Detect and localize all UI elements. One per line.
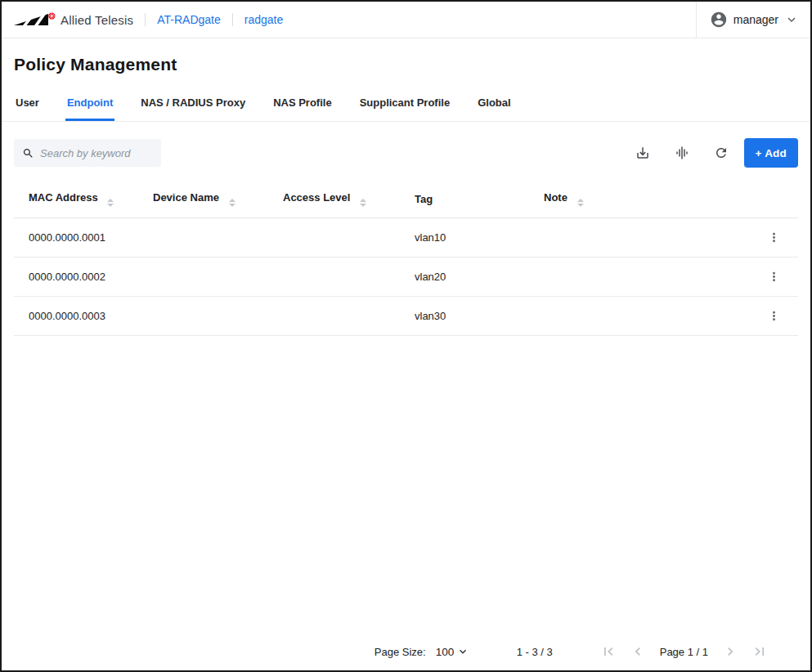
app-header: Allied Telesis AT-RADgate radgate manage…: [2, 2, 810, 38]
endpoint-table: MAC Address Device Name Access Level Tag…: [14, 181, 798, 336]
pagination: Page 1 / 1: [594, 643, 774, 660]
tab-nas-profile[interactable]: NAS Profile: [271, 86, 334, 121]
tab-supplicant-profile[interactable]: Supplicant Profile: [358, 86, 452, 121]
page-indicator: Page 1 / 1: [660, 646, 708, 658]
account-circle-icon: [710, 11, 728, 29]
cell-access-level: [268, 218, 400, 258]
cell-tag: vlan30: [400, 297, 529, 336]
cell-mac-address: 0000.0000.0001: [14, 218, 138, 258]
search-icon: [22, 147, 34, 159]
tab-nas-radius-proxy[interactable]: NAS / RADIUS Proxy: [139, 86, 247, 121]
cell-actions: [749, 297, 798, 336]
column-label: Tag: [415, 193, 433, 205]
columns-icon[interactable]: [672, 143, 692, 163]
table-row: 0000.0000.0001 vlan10: [14, 218, 798, 258]
add-button[interactable]: + Add: [744, 138, 798, 168]
breadcrumb-divider: [232, 13, 233, 26]
column-label: Note: [544, 191, 568, 204]
kebab-menu-icon[interactable]: [764, 306, 784, 326]
sort-icon: [107, 199, 114, 207]
sort-icon: [360, 199, 366, 207]
column-header-mac-address[interactable]: MAC Address: [14, 181, 138, 218]
search-box: [14, 139, 161, 167]
user-name: manager: [733, 13, 778, 26]
tab-global[interactable]: Global: [476, 86, 512, 121]
breadcrumb-product-link[interactable]: AT-RADgate: [157, 13, 221, 26]
column-label: MAC Address: [29, 191, 98, 204]
search-input[interactable]: [40, 147, 153, 159]
column-label: Access Level: [283, 191, 350, 204]
cell-device-name: [138, 258, 268, 297]
user-menu[interactable]: manager: [696, 2, 810, 38]
column-header-actions: [749, 181, 798, 218]
cell-actions: [749, 218, 798, 258]
cell-actions: [749, 258, 798, 297]
tab-endpoint[interactable]: Endpoint: [65, 86, 114, 121]
sort-icon: [229, 199, 236, 207]
logo[interactable]: Allied Telesis: [13, 11, 133, 29]
cell-mac-address: 0000.0000.0003: [14, 297, 138, 336]
toolbar-actions: + Add: [613, 138, 798, 168]
cell-device-name: [138, 218, 268, 258]
sort-icon: [577, 199, 584, 207]
chevron-down-icon: [456, 645, 469, 658]
cell-note: [529, 218, 749, 258]
page-title: Policy Management: [14, 55, 798, 74]
breadcrumb-divider: [145, 13, 146, 26]
tab-bar: User Endpoint NAS / RADIUS Proxy NAS Pro…: [2, 86, 810, 122]
tab-user[interactable]: User: [14, 86, 41, 121]
table-row: 0000.0000.0003 vlan30: [14, 297, 798, 336]
page-size-control: Page Size: 100: [375, 645, 469, 658]
cell-note: [529, 258, 749, 297]
cell-tag: vlan20: [400, 258, 529, 297]
prev-page-icon[interactable]: [630, 643, 646, 660]
app-window: Allied Telesis AT-RADgate radgate manage…: [0, 0, 812, 672]
first-page-icon[interactable]: [600, 643, 617, 660]
column-header-tag: Tag: [400, 181, 529, 218]
toolbar: + Add: [14, 138, 798, 168]
column-header-note[interactable]: Note: [529, 181, 749, 218]
next-page-icon[interactable]: [722, 643, 738, 660]
table-header-row: MAC Address Device Name Access Level Tag…: [14, 181, 798, 218]
kebab-menu-icon[interactable]: [764, 267, 784, 287]
cell-device-name: [138, 297, 268, 336]
refresh-icon[interactable]: [711, 143, 731, 163]
chevron-down-icon: [784, 12, 799, 27]
kebab-menu-icon[interactable]: [764, 227, 784, 248]
column-header-device-name[interactable]: Device Name: [138, 181, 268, 218]
allied-telesis-logo-icon: [13, 11, 56, 29]
table-footer: Page Size: 100 1 - 3 / 3 Pa: [2, 643, 810, 660]
page-size-select[interactable]: 100: [436, 646, 456, 658]
last-page-icon[interactable]: [751, 643, 768, 660]
cell-note: [529, 297, 749, 336]
row-range-text: 1 - 3 / 3: [517, 646, 553, 658]
table-row: 0000.0000.0002 vlan20: [14, 258, 798, 297]
breadcrumb-host-link[interactable]: radgate: [244, 13, 283, 26]
cell-access-level: [268, 297, 400, 336]
logo-text: Allied Telesis: [61, 13, 133, 27]
cell-tag: vlan10: [400, 218, 529, 258]
page-size-label: Page Size:: [375, 646, 426, 658]
column-label: Device Name: [153, 191, 219, 204]
download-icon[interactable]: [633, 143, 653, 163]
cell-access-level: [268, 258, 400, 297]
column-header-access-level[interactable]: Access Level: [268, 181, 400, 218]
cell-mac-address: 0000.0000.0002: [14, 258, 138, 297]
